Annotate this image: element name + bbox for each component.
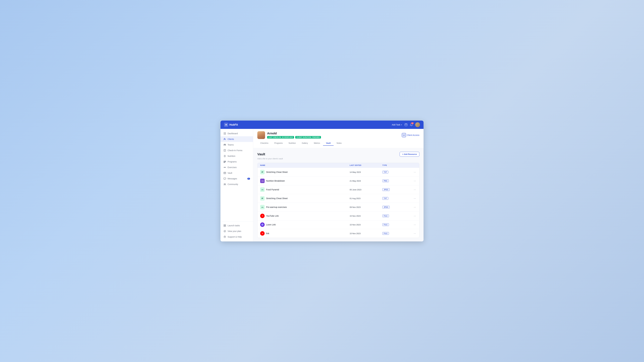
tab-programs[interactable]: Programs	[271, 141, 286, 146]
dashboard-icon	[224, 132, 226, 135]
checkin-badge: LAST CHECK-IN: 22 HOUR AGO	[267, 136, 294, 139]
calendar-button[interactable]	[404, 123, 408, 126]
svg-point-11	[225, 144, 226, 145]
sidebar-item-checkin-forms[interactable]: Check-In Forms	[220, 148, 253, 153]
svg-rect-5	[225, 133, 226, 133]
svg-text:JPG: JPG	[261, 189, 264, 190]
svg-point-56	[261, 223, 264, 226]
date-cell: 01 Aug 2023	[350, 197, 382, 199]
svg-rect-19	[224, 163, 225, 163]
row-more-button[interactable]: ···	[413, 205, 416, 209]
table-row: JPG Pre-warmup exercises 09 Nov 2023 JPE…	[258, 203, 419, 211]
type-cell: FILE	[382, 223, 409, 226]
file-name-cell: JPG Food Pyramid	[260, 187, 350, 192]
sidebar-label-clients: Clients	[228, 138, 234, 140]
sidebar-item-dashboard[interactable]: Dashboard	[220, 131, 253, 136]
tab-checkins[interactable]: CheckIns	[257, 141, 271, 146]
client-header: Arnold LAST CHECK-IN: 22 HOUR AGO CLIENT…	[253, 129, 424, 148]
more-cell: ···	[409, 223, 416, 227]
sidebar-item-vault[interactable]: Vault	[220, 170, 253, 176]
vault-content: Vault + Add Resource Add a file to your …	[253, 148, 424, 241]
file-icon-jpg: JPG	[260, 187, 264, 192]
client-access-button[interactable]: Client Access	[402, 133, 419, 137]
file-name-cell: Loom Link	[260, 222, 350, 227]
client-meta: Arnold LAST CHECK-IN: 22 HOUR AGO CLIENT…	[267, 132, 400, 139]
sidebar-item-community[interactable]: Community	[220, 181, 253, 187]
sidebar-label-programs: Programs	[228, 161, 237, 163]
sidebar-item-exercises[interactable]: Exercises	[220, 165, 253, 170]
more-cell: ···	[409, 232, 416, 235]
checkin-forms-icon	[224, 149, 226, 152]
sidebar-item-nutrition[interactable]: Nutrition	[220, 153, 253, 159]
header-actions: Add Task + 33	[392, 122, 420, 127]
svg-point-8	[224, 138, 225, 139]
tab-metrics[interactable]: Metrics	[311, 141, 323, 146]
row-more-button[interactable]: ···	[413, 188, 416, 191]
table-header: NAME LAST EDITED TYPE	[258, 163, 419, 168]
table-row: Stretching Cheat Sheet 01 Aug 2023 TXT ·…	[258, 194, 419, 203]
type-cell: TXT	[382, 171, 409, 174]
row-more-button[interactable]: ···	[413, 223, 416, 227]
sidebar-item-programs[interactable]: Programs	[220, 159, 253, 165]
type-cell: TXT	[382, 197, 409, 200]
support-label: Support & Help	[228, 236, 242, 238]
support-icon	[224, 235, 226, 238]
add-task-button[interactable]: Add Task +	[392, 124, 402, 126]
row-more-button[interactable]: ···	[413, 196, 416, 200]
view-plan-label: View your plan	[228, 230, 241, 232]
svg-rect-7	[225, 134, 226, 135]
file-name-cell: YouTube Link	[260, 214, 350, 218]
vault-icon	[224, 172, 226, 174]
date-cell: 09 Nov 2023	[350, 206, 382, 208]
row-more-button[interactable]: ···	[413, 232, 416, 235]
tab-nutrition[interactable]: Nutrition	[286, 141, 299, 146]
svg-rect-18	[224, 162, 226, 162]
svg-rect-0	[405, 124, 407, 126]
row-more-button[interactable]: ···	[413, 179, 416, 183]
table-row: link 15 Nov 2023 FILE ···	[258, 229, 419, 238]
svg-rect-22	[224, 167, 225, 168]
app-name: HubFit	[230, 123, 238, 126]
sidebar-item-teams[interactable]: Teams	[220, 142, 253, 148]
sidebar-item-view-plan[interactable]: View your plan	[220, 228, 253, 234]
clients-icon	[224, 138, 226, 141]
tab-notes[interactable]: Notes	[334, 141, 344, 146]
file-name-cell: PRO Nutrition Breakdown	[260, 179, 350, 183]
file-icon-png: PRO	[260, 179, 264, 183]
sidebar-item-launch-tasks[interactable]: Launch tasks	[220, 223, 253, 228]
sidebar-item-messages[interactable]: Messages 1	[220, 176, 253, 181]
svg-rect-25	[224, 172, 226, 174]
file-icon-jpg2: JPG	[260, 205, 264, 209]
more-cell: ···	[409, 188, 416, 191]
user-avatar[interactable]	[415, 122, 420, 127]
table-row: YouTube Link 15 Nov 2023 FILE ···	[258, 211, 419, 220]
row-more-button[interactable]: ···	[413, 170, 416, 174]
app-window: HubFit Add Task + 33	[220, 121, 424, 241]
sidebar-item-support[interactable]: Support & Help	[220, 234, 253, 240]
sidebar-item-clients[interactable]: Clients	[220, 136, 253, 142]
youtube-icon	[260, 214, 264, 218]
type-badge: PNG	[382, 180, 389, 182]
add-resource-button[interactable]: + Add Resource	[400, 152, 419, 157]
svg-point-60	[262, 225, 262, 225]
client-avatar	[257, 131, 265, 139]
tab-vault[interactable]: Vault	[323, 141, 334, 146]
svg-rect-39	[403, 134, 405, 136]
type-badge: JPEG	[382, 206, 390, 208]
client-badges: LAST CHECK-IN: 22 HOUR AGO CLIENT DURATI…	[267, 136, 400, 139]
client-info-row: Arnold LAST CHECK-IN: 22 HOUR AGO CLIENT…	[257, 131, 419, 139]
col-name: NAME	[260, 164, 350, 166]
svg-rect-35	[225, 226, 226, 227]
table-row: PRO Nutrition Breakdown 21 May 2023 PNG …	[258, 177, 419, 185]
community-icon	[224, 183, 226, 185]
file-icon-txt	[260, 170, 264, 174]
tab-gallery[interactable]: Gallery	[299, 141, 311, 146]
more-cell: ···	[409, 205, 416, 209]
row-more-button[interactable]: ···	[413, 214, 416, 218]
svg-rect-29	[224, 178, 226, 179]
vault-table: NAME LAST EDITED TYPE	[257, 163, 419, 238]
notification-button[interactable]: 33	[410, 123, 413, 126]
file-name-cell: Stretching Cheat Sheet	[260, 196, 350, 201]
sidebar-label-dashboard: Dashboard	[228, 132, 238, 135]
col-actions	[409, 164, 416, 166]
